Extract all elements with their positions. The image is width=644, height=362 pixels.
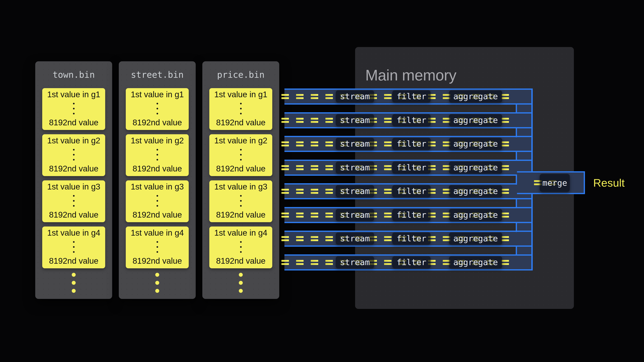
value-range-end: 8192nd value bbox=[216, 118, 266, 127]
more-groups-dot bbox=[155, 281, 159, 285]
data-chunk-icon bbox=[384, 260, 392, 265]
pipeline-row: streamfilteraggregate bbox=[284, 254, 531, 271]
pipeline-row: streamfilteraggregate bbox=[284, 88, 531, 105]
value-range-start: 1st value in g2 bbox=[214, 136, 268, 145]
spacer-border bbox=[516, 127, 517, 137]
operator-box-stream: stream bbox=[336, 114, 374, 126]
data-chunk-icon bbox=[311, 189, 318, 194]
pipeline-row: streamfilteraggregate bbox=[284, 160, 531, 176]
operator-box-filter: filter bbox=[392, 114, 430, 126]
operator-box-aggregate: aggregate bbox=[449, 90, 502, 102]
ellipsis-vertical-icon bbox=[73, 149, 74, 161]
value-range-end: 8192nd value bbox=[49, 256, 98, 266]
value-block: 1st value in g4 8192nd value bbox=[126, 227, 189, 268]
spacer-border bbox=[516, 245, 517, 256]
value-range-end: 8192nd value bbox=[132, 118, 182, 127]
value-range-end: 8192nd value bbox=[49, 210, 98, 219]
data-chunk-icon bbox=[296, 165, 304, 170]
ellipsis-vertical-icon bbox=[73, 103, 74, 114]
value-range-start: 1st value in g1 bbox=[47, 90, 100, 99]
value-range-start: 1st value in g2 bbox=[131, 136, 184, 145]
result-label: Result bbox=[593, 171, 625, 194]
data-chunk-icon bbox=[296, 94, 304, 99]
operator-box-stream: stream bbox=[336, 90, 374, 102]
data-chunk-icon bbox=[296, 118, 304, 123]
ellipsis-vertical-icon bbox=[240, 103, 242, 114]
operator-box-filter: filter bbox=[392, 256, 430, 268]
spacer-border bbox=[516, 151, 517, 161]
file-column: street.bin 1st value in g1 8192nd value … bbox=[119, 61, 196, 299]
file-column: price.bin 1st value in g1 8192nd value 1… bbox=[202, 61, 279, 299]
operator-box-aggregate: aggregate bbox=[449, 185, 502, 197]
more-groups-dot bbox=[239, 281, 243, 285]
data-chunk-icon bbox=[282, 189, 289, 194]
value-block: 1st value in g2 8192nd value bbox=[209, 134, 272, 176]
operator-box-aggregate: aggregate bbox=[449, 162, 502, 174]
more-groups-dot bbox=[72, 281, 76, 285]
data-chunk-icon bbox=[384, 189, 392, 194]
operator-box-stream: stream bbox=[336, 162, 374, 174]
spacer-border bbox=[516, 198, 517, 208]
operator-box-aggregate: aggregate bbox=[449, 209, 502, 221]
file-column-title: town.bin bbox=[35, 61, 112, 88]
pipeline-row: streamfilteraggregate bbox=[284, 136, 531, 152]
value-block: 1st value in g3 8192nd value bbox=[126, 180, 189, 222]
more-groups-dot bbox=[155, 289, 159, 293]
value-range-end: 8192nd value bbox=[216, 256, 266, 266]
value-range-start: 1st value in g4 bbox=[131, 228, 184, 237]
value-block: 1st value in g2 8192nd value bbox=[42, 134, 105, 176]
operator-box-filter: filter bbox=[392, 90, 430, 102]
pipeline-row: streamfilteraggregate bbox=[284, 112, 531, 128]
value-range-start: 1st value in g3 bbox=[214, 182, 268, 191]
ellipsis-vertical-icon bbox=[156, 195, 158, 207]
data-chunk-icon bbox=[384, 141, 392, 146]
operator-box-filter: filter bbox=[392, 162, 430, 174]
data-chunk-icon bbox=[326, 141, 333, 146]
main-memory-title: Main memory bbox=[365, 66, 456, 84]
more-groups-dot bbox=[239, 273, 243, 277]
operator-box-stream: stream bbox=[336, 233, 374, 245]
value-range-end: 8192nd value bbox=[216, 210, 266, 219]
value-block: 1st value in g4 8192nd value bbox=[42, 227, 105, 268]
data-chunk-icon bbox=[296, 189, 304, 194]
data-chunk-icon bbox=[282, 260, 289, 265]
data-chunk-icon bbox=[326, 213, 333, 218]
data-chunk-icon bbox=[282, 118, 289, 123]
value-range-start: 1st value in g2 bbox=[47, 136, 100, 145]
ellipsis-vertical-icon bbox=[73, 241, 74, 253]
operator-box-filter: filter bbox=[392, 138, 430, 150]
value-range-end: 8192nd value bbox=[49, 118, 98, 127]
data-chunk-icon bbox=[311, 141, 318, 146]
data-chunk-icon bbox=[282, 94, 289, 99]
value-block: 1st value in g3 8192nd value bbox=[42, 180, 105, 222]
value-range-start: 1st value in g1 bbox=[214, 90, 268, 99]
data-chunk-icon bbox=[326, 165, 333, 170]
pipeline-row: streamfilteraggregate bbox=[284, 231, 531, 247]
value-block: 1st value in g4 8192nd value bbox=[209, 227, 272, 268]
value-range-start: 1st value in g4 bbox=[47, 228, 100, 237]
data-chunk-icon bbox=[311, 260, 318, 265]
value-range-start: 1st value in g3 bbox=[131, 182, 184, 191]
data-chunk-icon bbox=[502, 213, 509, 218]
operator-box-stream: stream bbox=[336, 138, 374, 150]
data-chunk-icon bbox=[502, 94, 509, 99]
data-chunk-icon bbox=[282, 213, 289, 218]
data-chunk-icon bbox=[326, 236, 333, 241]
spacer-border bbox=[516, 103, 517, 113]
operator-box-stream: stream bbox=[336, 256, 374, 268]
ellipsis-vertical-icon bbox=[73, 195, 74, 207]
diagram-canvas: Main memory town.bin 1st value in g1 819… bbox=[0, 0, 644, 362]
data-chunk-icon bbox=[502, 118, 509, 123]
value-range-start: 1st value in g4 bbox=[214, 228, 268, 237]
data-chunk-icon bbox=[296, 236, 304, 241]
data-chunk-icon bbox=[296, 213, 304, 218]
value-range-end: 8192nd value bbox=[49, 164, 98, 173]
value-block: 1st value in g1 8192nd value bbox=[42, 88, 105, 130]
more-groups-dot bbox=[72, 289, 76, 293]
pipeline-row: streamfilteraggregate bbox=[284, 183, 531, 199]
operator-box-filter: filter bbox=[392, 185, 430, 197]
value-block: 1st value in g3 8192nd value bbox=[209, 180, 272, 222]
data-chunk-icon bbox=[296, 260, 304, 265]
data-chunk-icon bbox=[326, 189, 333, 194]
data-chunk-icon bbox=[384, 213, 392, 218]
